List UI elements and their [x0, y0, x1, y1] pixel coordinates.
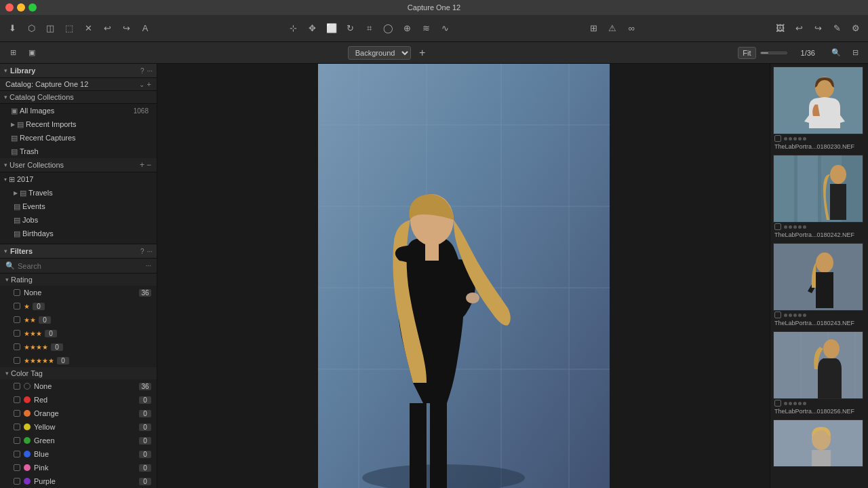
select-tool[interactable]: ⬜	[323, 20, 340, 37]
color-green-checkbox[interactable]	[14, 437, 20, 444]
lasso-tool[interactable]: ◯	[380, 20, 397, 37]
color-none-checkbox[interactable]	[14, 383, 20, 390]
tree-item-recent-captures[interactable]: ▤ Recent Captures	[0, 131, 157, 145]
color-orange-checkbox[interactable]	[14, 410, 20, 417]
browse-button[interactable]: ◫	[42, 20, 58, 37]
view-options-button[interactable]: ⊟	[848, 45, 863, 60]
zoom-slider[interactable]	[760, 52, 787, 54]
filter-search-options[interactable]: ···	[146, 262, 151, 269]
rating-2star-checkbox[interactable]	[14, 316, 20, 323]
library-menu-icon[interactable]: ···	[147, 67, 153, 75]
rating-4star-checkbox[interactable]	[14, 343, 20, 350]
undo-button[interactable]: ↩	[99, 20, 115, 37]
filmstrip-item-5[interactable]	[773, 419, 865, 467]
filter-rating-5star[interactable]: ★★★★★ 0	[0, 354, 157, 367]
fit-button[interactable]: Fit	[738, 47, 755, 59]
warning-button[interactable]: ⚠	[604, 20, 620, 37]
rating-group-header[interactable]: ▾ Rating	[0, 274, 157, 286]
filter-rating-3star[interactable]: ★★★ 0	[0, 326, 157, 340]
filters-help-icon[interactable]: ?	[140, 248, 144, 255]
tree-item-2017[interactable]: ▾ ⊞ 2017	[0, 172, 157, 186]
tree-item-trash[interactable]: ▤ Trash	[0, 145, 157, 158]
tree-item-jobs[interactable]: ▤ Jobs	[0, 213, 157, 227]
catalog-add-icon[interactable]: +	[147, 80, 151, 88]
crop-tool[interactable]: ⌗	[361, 20, 378, 37]
rating-5star-checkbox[interactable]	[14, 357, 20, 364]
close-button[interactable]	[5, 3, 14, 12]
filter-search-input[interactable]	[18, 262, 146, 270]
color-red-checkbox[interactable]	[14, 396, 20, 403]
maximize-button[interactable]	[28, 3, 37, 12]
library-header[interactable]: ▾ Library ? ···	[0, 64, 157, 78]
minimize-button[interactable]	[17, 3, 25, 12]
rotate-tool[interactable]: ↻	[342, 20, 359, 37]
filmstrip-item-1[interactable]: TheLabPortra...0180230.NEF	[773, 67, 865, 151]
compare-button[interactable]: ∞	[623, 20, 639, 37]
tree-item-travels[interactable]: ▶ ▤ Travels	[0, 186, 157, 200]
background-selector[interactable]: Background	[348, 46, 411, 60]
import2-button[interactable]: ⬚	[61, 20, 77, 37]
settings-button[interactable]: ⚙	[848, 20, 864, 37]
tree-item-all-images[interactable]: ▣ All Images 1068	[0, 104, 157, 117]
rating-3star-checkbox[interactable]	[14, 330, 20, 337]
filter-rating-none[interactable]: None 36	[0, 286, 157, 299]
rating-none-checkbox[interactable]	[14, 289, 20, 296]
add-variant-button[interactable]: +	[415, 45, 430, 60]
filter-color-yellow[interactable]: Yellow 0	[0, 420, 157, 434]
text-button[interactable]: A	[137, 20, 153, 37]
rating-5star-count: 0	[57, 357, 69, 364]
grid-view-button[interactable]: ⊞	[5, 45, 20, 60]
color-pink-checkbox[interactable]	[14, 464, 20, 471]
filmstrip-item-4[interactable]: TheLabPortra...0180256.NEF	[773, 331, 865, 415]
filmstrip-item-3[interactable]: TheLabPortra...0180243.NEF	[773, 243, 865, 327]
redo-button[interactable]: ↪	[118, 20, 134, 37]
catalog-arrow-icon[interactable]: ⌄	[139, 81, 144, 88]
filter-rating-1star[interactable]: ★ 0	[0, 299, 157, 313]
next-button[interactable]: ↪	[810, 20, 826, 37]
filter-rating-4star[interactable]: ★★★★ 0	[0, 340, 157, 354]
user-collections-minus-icon[interactable]: −	[146, 160, 151, 170]
user-collections-add-icon[interactable]: +	[140, 160, 144, 170]
prev-button[interactable]: ↩	[791, 20, 807, 37]
eject-button[interactable]: ⬡	[23, 20, 39, 37]
color-blue-label: Blue	[34, 450, 139, 458]
pan-tool[interactable]: ✥	[304, 20, 321, 37]
cursor-tool[interactable]: ⊹	[285, 20, 302, 37]
tree-item-birthdays[interactable]: ▤ Birthdays	[0, 227, 157, 240]
heal-tool[interactable]: ⊕	[399, 20, 416, 37]
metadata-button[interactable]: ⊞	[585, 20, 601, 37]
color-purple-checkbox[interactable]	[14, 478, 20, 485]
filter-color-blue[interactable]: Blue 0	[0, 447, 157, 461]
clone-tool[interactable]: ≋	[418, 20, 435, 37]
thumb-svg-4	[774, 332, 863, 399]
gradient-tool[interactable]: ∿	[437, 20, 454, 37]
color-blue-checkbox[interactable]	[14, 451, 20, 457]
search-button[interactable]: 🔍	[829, 45, 844, 60]
import-button[interactable]: ⬇	[4, 20, 20, 37]
filter-color-purple[interactable]: Purple 0	[0, 474, 157, 488]
rating-1star-checkbox[interactable]	[14, 303, 20, 309]
travels-arrow: ▶	[14, 190, 18, 196]
filters-header[interactable]: ▾ Filters ? ···	[0, 244, 157, 259]
filter-color-orange[interactable]: Orange 0	[0, 407, 157, 420]
user-collections-header[interactable]: ▾ User Collections + −	[0, 158, 157, 172]
filter-color-none[interactable]: None 36	[0, 379, 157, 393]
filters-menu-icon[interactable]: ···	[147, 248, 153, 255]
library-content: ▾ Catalog Collections ▣ All Images 1068 …	[0, 91, 157, 244]
color-tag-group-header[interactable]: ▾ Color Tag	[0, 367, 157, 379]
library-help-icon[interactable]: ?	[140, 67, 144, 75]
single-view-button[interactable]: ▣	[24, 45, 39, 60]
filter-color-pink[interactable]: Pink 0	[0, 461, 157, 474]
close-session-button[interactable]: ✕	[80, 20, 96, 37]
catalog-collections-header[interactable]: ▾ Catalog Collections	[0, 91, 157, 104]
filmstrip-item-2[interactable]: TheLabPortra...0180242.NEF	[773, 155, 865, 239]
tree-item-events[interactable]: ▤ Events	[0, 200, 157, 213]
svg-point-29	[823, 339, 840, 358]
color-yellow-checkbox[interactable]	[14, 424, 20, 430]
filter-color-red[interactable]: Red 0	[0, 393, 157, 407]
edit-button[interactable]: ✎	[829, 20, 845, 37]
export-button[interactable]: 🖼	[772, 20, 788, 37]
filter-rating-2star[interactable]: ★★ 0	[0, 313, 157, 326]
tree-item-recent-imports[interactable]: ▶ ▤ Recent Imports	[0, 117, 157, 131]
filter-color-green[interactable]: Green 0	[0, 434, 157, 447]
